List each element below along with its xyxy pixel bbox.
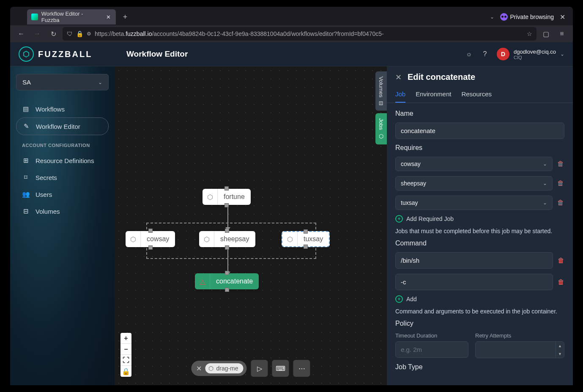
trash-icon[interactable]: 🗑 xyxy=(557,180,564,187)
requires-value: cowsay xyxy=(401,161,421,167)
node-tuxsay[interactable]: ⬡ tuxsay xyxy=(282,231,330,247)
sidebar-item-secrets[interactable]: ⌑ Secrets xyxy=(16,169,109,186)
account-selector[interactable]: SA ⌄ xyxy=(16,74,109,90)
requires-label: Requires xyxy=(395,144,564,152)
node-handle[interactable] xyxy=(304,245,308,249)
trash-icon[interactable]: 🗑 xyxy=(557,199,564,207)
cube-icon: ⬡ xyxy=(126,231,141,247)
side-tab-volumes[interactable]: Volumes ⊟ xyxy=(375,71,387,111)
node-handle[interactable] xyxy=(148,245,153,250)
node-handle[interactable] xyxy=(224,186,229,191)
bookmark-star-icon[interactable]: ☆ xyxy=(527,30,532,37)
requires-value: sheepsay xyxy=(401,180,426,187)
add-required-job-button[interactable]: + Add Required Job xyxy=(395,215,564,223)
browser-nav-bar: ← → ↻ 🛡 🔒 ⚙ https://beta.fuzzball.io/acc… xyxy=(10,25,573,42)
theme-toggle-icon[interactable]: ☼ xyxy=(465,50,473,58)
new-tab-button[interactable]: + xyxy=(119,11,131,23)
chevron-down-icon: ⌄ xyxy=(543,200,547,206)
drag-chip[interactable]: ⬡ drag-me xyxy=(205,363,243,373)
zoom-in-button[interactable]: + xyxy=(120,333,131,344)
sidebar-item-resource-definitions[interactable]: ⊞ Resource Definitions xyxy=(16,152,109,169)
tabs-dropdown-icon[interactable]: ⌄ xyxy=(490,14,494,20)
run-button[interactable]: ▷ xyxy=(251,360,268,377)
more-button[interactable]: ⋯ xyxy=(293,360,310,377)
account-selected: SA xyxy=(22,79,31,86)
chevron-down-icon: ⌄ xyxy=(98,79,102,85)
trash-icon[interactable]: 🗑 xyxy=(557,160,564,168)
node-sheepsay[interactable]: ⬡ sheepsay xyxy=(199,231,255,247)
url-bar[interactable]: 🛡 🔒 ⚙ https://beta.fuzzball.io/accounts/… xyxy=(63,27,536,41)
browser-tab[interactable]: Workflow Editor - Fuzzba ✕ xyxy=(27,9,116,24)
shield-icon[interactable]: 🛡 xyxy=(67,30,73,37)
browser-window: Workflow Editor - Fuzzba ✕ + ⌄ Private b… xyxy=(10,7,573,385)
side-tab-label: Jobs xyxy=(378,118,384,130)
user-menu[interactable]: D dgodlove@ciq.co CIQ ⌄ xyxy=(497,48,564,60)
requires-select[interactable]: sheepsay⌄ xyxy=(395,176,553,191)
tab-resources[interactable]: Resources xyxy=(461,86,492,103)
drag-node-pill[interactable]: ✕ ⬡ drag-me xyxy=(191,361,246,376)
node-label: cowsay xyxy=(141,235,175,243)
name-input[interactable] xyxy=(395,122,564,139)
command-input[interactable] xyxy=(395,252,553,269)
side-tab-jobs[interactable]: Jobs ⬡ xyxy=(375,113,387,144)
panel-close-icon[interactable]: ✕ xyxy=(395,73,402,82)
requires-select[interactable]: tuxsay⌄ xyxy=(395,196,553,210)
sidebar-item-workflows[interactable]: ▤ Workflows xyxy=(16,101,109,117)
sidebar-item-workflow-editor[interactable]: ✎ Workflow Editor xyxy=(16,117,109,135)
sidebar-item-users[interactable]: 👥 Users xyxy=(16,186,109,203)
trash-icon[interactable]: 🗑 xyxy=(557,278,564,286)
brand-logo[interactable]: ⬡ FUZZBALL xyxy=(19,46,126,62)
add-command-button[interactable]: + Add xyxy=(395,295,564,303)
timeout-input[interactable] xyxy=(395,341,468,358)
node-concatenate[interactable]: △ concatenate xyxy=(195,273,259,289)
warning-icon: △ xyxy=(195,273,210,289)
zoom-fit-button[interactable]: ⛶ xyxy=(120,355,131,366)
app-root: ⬡ FUZZBALL Workflow Editor ☼ ? D dgodlov… xyxy=(10,42,573,385)
brand-text: FUZZBALL xyxy=(38,49,92,59)
retry-stepper[interactable]: ▲ ▼ xyxy=(475,341,564,358)
trash-icon[interactable]: 🗑 xyxy=(557,257,564,264)
close-icon[interactable]: ✕ xyxy=(196,365,202,373)
nav-back-button[interactable]: ← xyxy=(14,27,28,41)
stepper-up-icon[interactable]: ▲ xyxy=(556,342,564,350)
browser-close-icon[interactable]: ✕ xyxy=(560,13,565,21)
requires-select[interactable]: cowsay⌄ xyxy=(395,157,553,171)
help-icon[interactable]: ? xyxy=(481,50,489,58)
workflow-canvas[interactable]: ⬡ fortune ⬡ cowsay ⬡ sheepsay xyxy=(115,66,387,385)
name-label: Name xyxy=(395,110,564,117)
node-handle[interactable] xyxy=(304,229,308,234)
node-handle[interactable] xyxy=(148,229,153,233)
permissions-icon[interactable]: ⚙ xyxy=(87,31,91,37)
node-handle[interactable] xyxy=(224,203,229,207)
panel-tabs: Job Environment Resources xyxy=(387,86,573,103)
command-input[interactable] xyxy=(395,274,553,290)
node-handle[interactable] xyxy=(225,245,229,250)
tab-close-icon[interactable]: ✕ xyxy=(105,14,112,20)
node-handle[interactable] xyxy=(225,229,229,233)
sidebar-item-volumes[interactable]: ⊟ Volumes xyxy=(16,203,109,220)
node-fortune[interactable]: ⬡ fortune xyxy=(203,189,251,205)
zoom-lock-button[interactable]: 🔒 xyxy=(120,366,131,377)
chevron-down-icon: ⌄ xyxy=(543,180,547,186)
drive-icon: ⊟ xyxy=(378,101,384,106)
sidebar-item-label: Workflow Editor xyxy=(36,123,80,130)
cube-icon: ⬡ xyxy=(203,189,218,205)
chevron-down-icon: ⌄ xyxy=(543,161,547,167)
stepper-down-icon[interactable]: ▼ xyxy=(556,350,564,358)
node-cowsay[interactable]: ⬡ cowsay xyxy=(126,231,175,247)
list-icon: ▤ xyxy=(22,105,30,113)
lock-icon[interactable]: 🔒 xyxy=(76,30,83,37)
nav-reload-button[interactable]: ↻ xyxy=(47,27,60,41)
node-handle[interactable] xyxy=(225,288,229,292)
requires-help: Jobs that must be completed before this … xyxy=(395,228,564,234)
hamburger-menu-icon[interactable]: ≡ xyxy=(555,27,569,41)
add-required-label: Add Required Job xyxy=(406,215,454,222)
zoom-out-button[interactable]: − xyxy=(120,344,131,355)
tab-environment[interactable]: Environment xyxy=(416,86,451,103)
keyboard-button[interactable]: ⌨ xyxy=(272,360,289,377)
node-handle[interactable] xyxy=(225,271,229,275)
plus-circle-icon: + xyxy=(395,215,403,223)
retry-input[interactable] xyxy=(476,342,556,358)
extensions-icon[interactable]: ▢ xyxy=(539,27,553,41)
tab-job[interactable]: Job xyxy=(395,86,405,103)
